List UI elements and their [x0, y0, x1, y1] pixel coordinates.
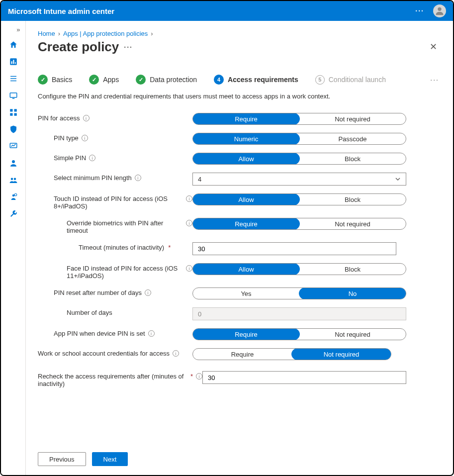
svg-rect-12 — [10, 113, 12, 116]
toggle-app-pin-when-device[interactable]: Require Not required — [192, 328, 406, 340]
info-icon[interactable]: i — [89, 155, 95, 161]
toggle-option-block[interactable]: Block — [299, 153, 406, 164]
toggle-pin-type[interactable]: Numeric Passcode — [192, 133, 406, 145]
input-recheck[interactable] — [202, 371, 406, 384]
svg-rect-11 — [14, 109, 16, 111]
toggle-option-no[interactable]: No — [299, 287, 406, 299]
sidebar-item-groups[interactable] — [3, 173, 23, 187]
toggle-pin-reset-days[interactable]: Yes No — [192, 287, 406, 299]
select-min-pin-length[interactable]: 4 — [192, 173, 406, 186]
toggle-option-allow[interactable]: Allow — [192, 193, 300, 205]
input-timeout[interactable] — [192, 242, 396, 255]
topbar: Microsoft Intune admin center ··· — [1, 1, 453, 21]
info-icon[interactable]: i — [82, 135, 88, 141]
home-icon — [9, 40, 18, 49]
step-label: Conditional launch — [329, 76, 386, 84]
toggle-option-yes[interactable]: Yes — [193, 288, 299, 299]
toggle-option-require[interactable]: Require — [192, 218, 300, 230]
toggle-option-numeric[interactable]: Numeric — [192, 133, 300, 145]
row-touch-id: Touch ID instead of PIN for access (iOS … — [38, 193, 439, 210]
toggle-option-require[interactable]: Require — [192, 328, 300, 340]
info-icon[interactable]: i — [186, 265, 192, 272]
main-content: Home › Apps | App protection policies › … — [26, 21, 453, 475]
row-min-pin-length: Select minimum PIN lengthi 4 — [38, 173, 439, 186]
previous-button[interactable]: Previous — [38, 452, 86, 466]
row-recheck: Recheck the access requirements after (m… — [38, 371, 439, 387]
step-number: 5 — [315, 75, 325, 85]
field-label: Touch ID instead of PIN for access (iOS … — [54, 195, 183, 210]
toggle-face-id[interactable]: Allow Block — [192, 263, 406, 275]
toggle-option-block[interactable]: Block — [299, 264, 406, 275]
sidebar-item-dashboard[interactable] — [3, 55, 23, 69]
chevron-right-icon: › — [151, 30, 153, 37]
step-data-protection[interactable]: ✓ Data protection — [136, 75, 197, 85]
person-icon — [434, 5, 445, 16]
sidebar-item-reports[interactable] — [3, 139, 23, 153]
toggle-work-credentials[interactable]: Require Not required — [192, 348, 391, 360]
info-icon[interactable]: i — [145, 289, 151, 296]
toggle-pin-for-access[interactable]: Require Not required — [192, 113, 406, 125]
sidebar-item-security[interactable] — [3, 122, 23, 136]
row-pin-for-access: PIN for accessi Require Not required — [38, 113, 439, 125]
sidebar-item-devices[interactable] — [3, 89, 23, 102]
row-simple-pin: Simple PINi Allow Block — [38, 153, 439, 165]
field-label: Number of days — [67, 309, 112, 316]
step-access-requirements[interactable]: 4 Access requirements — [214, 75, 298, 85]
sidebar-collapse-icon[interactable]: » — [3, 24, 23, 35]
field-label: PIN type — [54, 134, 79, 142]
toggle-option-passcode[interactable]: Passcode — [299, 133, 406, 144]
page-more-icon[interactable]: ··· — [124, 43, 133, 51]
toggle-option-not-required[interactable]: Not required — [299, 329, 406, 340]
info-icon[interactable]: i — [196, 373, 202, 380]
toggle-option-allow[interactable]: Allow — [192, 263, 300, 275]
svg-point-19 — [14, 193, 17, 196]
toggle-option-require[interactable]: Require — [192, 113, 300, 125]
field-label: Recheck the access requirements after (m… — [38, 373, 186, 387]
svg-point-16 — [10, 178, 13, 181]
topbar-more-icon[interactable]: ··· — [415, 7, 424, 15]
breadcrumb-home[interactable]: Home — [38, 30, 55, 37]
toggle-option-require[interactable]: Require — [193, 349, 292, 360]
step-conditional-launch[interactable]: 5 Conditional launch — [315, 75, 386, 85]
toggle-option-not-required[interactable]: Not required — [291, 348, 391, 360]
toggle-simple-pin[interactable]: Allow Block — [192, 153, 406, 165]
svg-point-18 — [12, 194, 14, 197]
select-value: 4 — [198, 176, 201, 183]
sidebar-item-apps[interactable] — [3, 105, 23, 119]
svg-rect-13 — [14, 113, 16, 116]
info-icon[interactable]: i — [186, 195, 192, 202]
toggle-option-allow[interactable]: Allow — [192, 153, 300, 165]
stepper-more-icon[interactable]: ··· — [430, 76, 439, 84]
toggle-override-biometrics[interactable]: Require Not required — [192, 218, 406, 230]
info-icon[interactable]: i — [186, 220, 192, 226]
info-icon[interactable]: i — [173, 350, 179, 357]
breadcrumb-apps[interactable]: Apps | App protection policies — [63, 30, 148, 37]
next-button[interactable]: Next — [92, 452, 128, 466]
device-icon — [9, 91, 18, 100]
toggle-option-not-required[interactable]: Not required — [299, 218, 406, 229]
sidebar-item-all-services[interactable] — [3, 72, 23, 86]
avatar[interactable] — [433, 4, 446, 17]
step-basics[interactable]: ✓ Basics — [38, 75, 72, 85]
field-label: Work or school account credentials for a… — [38, 350, 170, 357]
step-label: Data protection — [150, 76, 197, 84]
toggle-option-not-required[interactable]: Not required — [299, 113, 406, 124]
step-apps[interactable]: ✓ Apps — [89, 75, 119, 85]
sidebar-item-tenant[interactable] — [3, 190, 23, 204]
apps-icon — [9, 108, 18, 117]
field-label: App PIN when device PIN is set — [54, 330, 145, 337]
field-label: PIN for access — [38, 114, 80, 122]
toggle-touch-id[interactable]: Allow Block — [192, 193, 406, 205]
sidebar-item-home[interactable] — [3, 38, 23, 52]
sidebar-item-troubleshoot[interactable] — [3, 207, 23, 221]
close-icon[interactable]: ✕ — [428, 39, 439, 54]
group-icon — [9, 176, 18, 185]
info-icon[interactable]: i — [83, 115, 90, 121]
sidebar-item-users[interactable] — [3, 156, 23, 170]
info-icon[interactable]: i — [148, 330, 155, 337]
breadcrumb: Home › Apps | App protection policies › — [38, 30, 439, 37]
info-icon[interactable]: i — [135, 175, 141, 181]
row-timeout: Timeout (minutes of inactivity)* — [38, 242, 439, 255]
toggle-option-block[interactable]: Block — [299, 194, 406, 205]
field-label: Override biometrics with PIN after timeo… — [67, 219, 183, 234]
